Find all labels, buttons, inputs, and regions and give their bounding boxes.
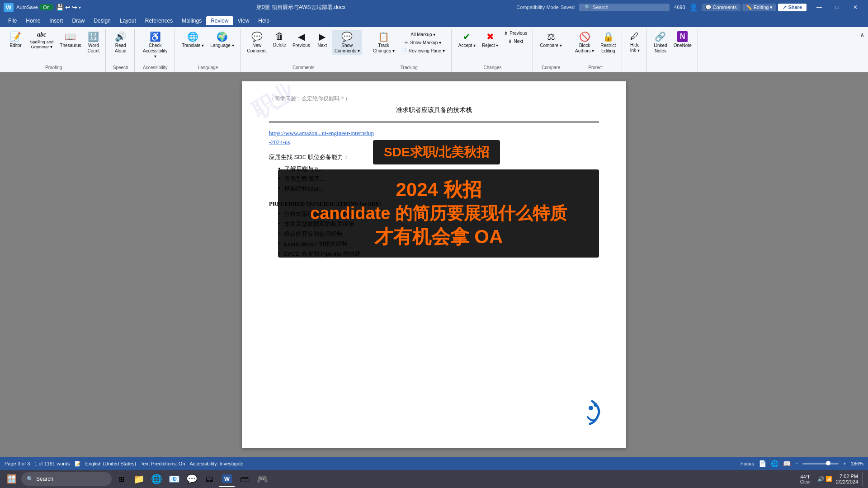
menu-mailings[interactable]: Mailings [177,16,206,25]
web-layout-icon[interactable]: 🌐 [771,460,778,467]
ribbon-group-comments: 💬 New Comment 🗑 Delete ◀ Previous ▶ Next… [241,29,366,72]
task-view-button[interactable]: ⊞ [113,471,129,487]
weather-condition: Clear [800,479,811,484]
taskbar-app-fm[interactable]: 🗃 [236,471,253,487]
previous-change-button[interactable]: ⬆ Previous [502,30,529,37]
menu-home[interactable]: Home [21,16,45,25]
taskbar-file-explorer[interactable]: 📁 [131,471,147,487]
comments-group-label: Comments [292,65,314,70]
menu-design[interactable]: Design [89,16,115,25]
show-comments-icon: 💬 [341,31,353,42]
spelling-grammar-button[interactable]: abc Spelling and Grammar ▾ [28,30,56,51]
taskbar-word[interactable]: W [219,471,235,487]
show-desktop-button[interactable] [863,472,864,486]
minimize-button[interactable]: — [810,0,828,14]
redo-icon[interactable]: ↪ [72,4,77,11]
page-status[interactable]: Page 3 of 3 [5,461,30,466]
autosave-toggle[interactable]: On [39,4,53,10]
focus-button[interactable]: Focus [741,461,754,466]
all-markup-button[interactable]: All Markup ▾ [399,31,448,38]
taskbar-edge[interactable]: 🌐 [148,471,165,487]
read-mode-icon[interactable]: 📖 [783,460,791,467]
user-icon[interactable]: 👤 [689,3,698,12]
delete-comment-button[interactable]: 🗑 Delete [271,30,288,49]
comments-button[interactable]: 💬 Comments [702,4,741,11]
system-tray-icons[interactable]: 🔊 📶 [817,476,832,482]
doc-url[interactable]: https://www.amazon...nt-engineer-interns… [269,130,599,137]
taskbar-teams[interactable]: 💬 [184,471,200,487]
accessibility-icon: ♿ [150,31,161,42]
zoom-out-icon[interactable]: − [795,461,798,466]
reject-button[interactable]: ✖ Reject ▾ [480,30,500,50]
share-button[interactable]: ↗ Share [778,4,807,11]
ribbon-group-onenote: 🔗 Linked Notes N OneNote [648,29,698,72]
text-predictions-status[interactable]: Text Predictions: On [141,461,185,466]
show-markup-button[interactable]: ✏ Show Markup ▾ [399,39,448,46]
search-icon: 🔍 [585,5,591,10]
restrict-editing-button[interactable]: 🔒 Restrict Editing [598,30,618,55]
smiley-graphic [567,392,604,430]
reviewing-pane-button[interactable]: 📄 Reviewing Pane ▾ [399,47,448,54]
menu-help[interactable]: Help [254,16,274,25]
word-count-button[interactable]: 🔢 Word Count [85,30,102,55]
block-authors-button[interactable]: 🚫 Block Authors ▾ [573,30,596,55]
reject-icon: ✖ [486,31,494,42]
editor-button[interactable]: 📝 Editor [5,30,26,50]
next-change-icon: ⬇ [508,39,512,44]
close-button[interactable]: ✕ [846,0,864,14]
word-count-status[interactable]: 1 of 1191 words [34,461,70,466]
track-changes-button[interactable]: 📋 Track Changes ▾ [371,30,397,55]
search-box[interactable]: 🔍 Search [579,4,670,11]
hide-ink-button[interactable]: 🖊 Hide Ink ▾ [627,30,643,55]
word-logo: W [4,3,14,12]
print-layout-icon[interactable]: 📄 [759,460,766,467]
ribbon-group-ink: 🖊 Hide Ink ▾ [623,29,647,72]
check-accessibility-button[interactable]: ♿ Check Accessibility ▾ [139,30,171,61]
menu-draw[interactable]: Draw [67,16,89,25]
taskbar-mail[interactable]: 📧 [166,471,182,487]
next-comment-button[interactable]: ▶ Next [314,30,330,50]
next-change-button[interactable]: ⬇ Next [502,38,529,45]
proofing-icon: 📝 [75,461,81,467]
menu-bar: File Home Insert Draw Design Layout Refe… [0,14,868,27]
accept-button[interactable]: ✔ Accept ▾ [456,30,478,50]
menu-references[interactable]: References [141,16,177,25]
linked-notes-button[interactable]: 🔗 Linked Notes [651,30,669,55]
ribbon-group-compare: ⚖ Compare ▾ Compare [534,29,568,72]
language-status[interactable]: English (United States) [85,461,137,466]
weather-widget[interactable]: 44°F Clear [800,474,811,484]
translate-button[interactable]: 🌐 Translate ▾ [179,30,206,50]
question-text: （同学问题：么定绝你仅能吗？） [269,95,599,103]
compare-button[interactable]: ⚖ Compare ▾ [538,30,564,50]
read-aloud-button[interactable]: 🔊 Read Aloud [110,30,131,55]
taskbar-app-other[interactable]: 🎮 [254,471,270,487]
undo-icon[interactable]: ↩ [65,4,71,11]
menu-view[interactable]: View [233,16,254,25]
zoom-level[interactable]: 186% [851,461,863,466]
zoom-slider[interactable] [802,463,839,465]
maximize-button[interactable]: □ [828,0,846,14]
all-markup-label: All Markup ▾ [410,32,435,37]
menu-layout[interactable]: Layout [115,16,141,25]
menu-file[interactable]: File [4,16,21,25]
thesaurus-button[interactable]: 📖 Thesaurus [57,30,83,50]
menu-review[interactable]: Review [206,16,233,25]
language-button[interactable]: 🌍 Language ▾ [208,30,236,50]
onenote-icon: N [677,31,688,42]
previous-comment-button[interactable]: ◀ Previous [290,30,312,50]
zoom-in-icon[interactable]: + [843,461,846,466]
show-comments-button[interactable]: 💬 Show Comments ▾ [332,30,362,55]
clock[interactable]: 7:02 PM 2/22/2024 [836,474,858,484]
watermark: 职业 [246,81,301,126]
search-taskbar[interactable]: 🔍 Search [21,472,112,486]
taskbar-file2[interactable]: 🗂 [201,471,217,487]
start-button[interactable]: 🪟 [4,471,20,487]
onenote-button[interactable]: N OneNote [671,30,694,50]
more-commands-icon[interactable]: ▾ [79,5,81,10]
new-comment-button[interactable]: 💬 New Comment [245,30,269,55]
menu-insert[interactable]: Insert [45,16,67,25]
ribbon-collapse-icon[interactable]: ∧ [859,31,866,39]
accessibility-status[interactable]: Accessibility: Investigate [190,461,244,466]
save-icon[interactable]: 💾 [56,4,64,11]
editing-button[interactable]: ✏️ Editing ▾ [742,4,777,11]
